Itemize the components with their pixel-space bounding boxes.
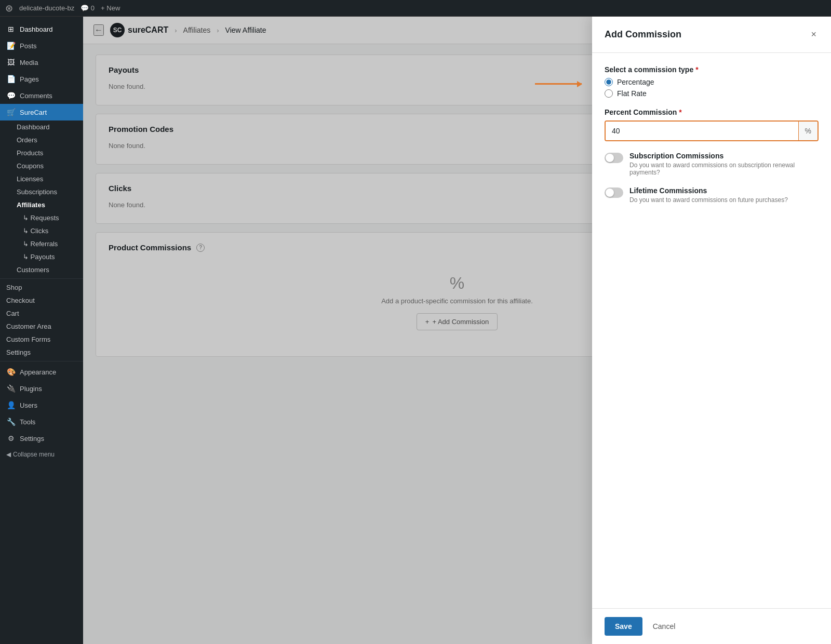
media-icon: 🖼 [6, 58, 16, 67]
sidebar-item-dashboard[interactable]: ⊞ Dashboard [0, 21, 83, 37]
sidebar-label-posts: Posts [20, 42, 37, 50]
subscription-commissions-title: Subscription Commissions [629, 152, 819, 160]
comments-sidebar-icon: 💬 [6, 91, 16, 100]
subscription-toggle-track [605, 153, 623, 163]
sidebar-divider-2 [0, 361, 83, 361]
sidebar-label-media: Media [20, 59, 38, 66]
sidebar-sub-aff-payouts[interactable]: ↳ Payouts [0, 250, 83, 263]
sidebar-sub-sc-subscriptions[interactable]: Subscriptions [0, 185, 83, 198]
sidebar-item-appearance[interactable]: 🎨 Appearance [0, 364, 83, 380]
subscription-commissions-desc: Do you want to award commissions on subs… [629, 162, 819, 176]
collapse-label: Collapse menu [13, 451, 55, 458]
radio-percentage-input[interactable] [605, 78, 613, 86]
sidebar-sub-sc-orders[interactable]: Orders [0, 133, 83, 146]
modal-header: Add Commission × [592, 17, 831, 53]
percent-commission-label-text: Percent Commission [605, 108, 677, 116]
sidebar-sub-settings[interactable]: Settings [0, 346, 83, 359]
radio-flat-rate-input[interactable] [605, 89, 613, 98]
sidebar-sub-sc-products[interactable]: Products [0, 146, 83, 159]
new-button[interactable]: + New [101, 4, 120, 12]
sidebar-sub-sc-customers[interactable]: Customers [0, 263, 83, 276]
sidebar-label-dashboard: Dashboard [20, 25, 53, 33]
modal-footer: Save Cancel [592, 608, 831, 644]
modal-title: Add Commission [605, 29, 681, 40]
sidebar-item-tools[interactable]: 🔧 Tools [0, 413, 83, 430]
modal-body: Select a commission type * Percentage Fl… [592, 53, 831, 608]
sidebar-item-pages[interactable]: 📄 Pages [0, 71, 83, 87]
save-button[interactable]: Save [605, 617, 642, 636]
commission-type-label: Select a commission type * [605, 65, 819, 74]
sidebar-sub-sc-licenses[interactable]: Licenses [0, 172, 83, 185]
sidebar-item-media[interactable]: 🖼 Media [0, 54, 83, 71]
sidebar-label-surecart: SureCart [20, 109, 47, 116]
lifetime-commissions-toggle[interactable] [605, 187, 623, 198]
sidebar-label-settings: Settings [20, 435, 44, 442]
sidebar-sub-checkout[interactable]: Checkout [0, 294, 83, 307]
percent-suffix: % [798, 122, 817, 140]
sidebar-sub-aff-requests[interactable]: ↳ Requests [0, 211, 83, 224]
sidebar-label-comments: Comments [20, 92, 52, 100]
plugins-icon: 🔌 [6, 384, 16, 393]
lifetime-commissions-title: Lifetime Commissions [629, 186, 819, 195]
sidebar-item-surecart[interactable]: 🛒 SureCart [0, 104, 83, 120]
radio-percentage-label: Percentage [617, 78, 654, 86]
sidebar-label-pages: Pages [20, 75, 39, 83]
pages-icon: 📄 [6, 74, 16, 84]
site-name[interactable]: delicate-ducote-bz [19, 4, 74, 12]
main-content: ← SC sureCART › Affiliates › View Affili… [83, 17, 831, 644]
sidebar-label-appearance: Appearance [20, 368, 56, 376]
sidebar-sub-cart[interactable]: Cart [0, 307, 83, 320]
radio-percentage[interactable]: Percentage [605, 78, 819, 86]
commission-type-group: Select a commission type * Percentage Fl… [605, 65, 819, 98]
sidebar-label-plugins: Plugins [20, 385, 42, 393]
comments-link[interactable]: 💬 0 [81, 4, 95, 12]
sidebar-item-plugins[interactable]: 🔌 Plugins [0, 380, 83, 397]
radio-flat-rate[interactable]: Flat Rate [605, 89, 819, 98]
sidebar-item-comments[interactable]: 💬 Comments [0, 87, 83, 104]
subscription-commissions-toggle[interactable] [605, 153, 623, 163]
lifetime-commissions-row: Lifetime Commissions Do you want to awar… [605, 186, 819, 204]
collapse-menu-button[interactable]: ◀ Collapse menu [0, 447, 83, 462]
sidebar-sub-aff-referrals[interactable]: ↳ Referrals [0, 237, 83, 250]
add-commission-modal: Add Commission × Select a commission typ… [592, 17, 831, 644]
lifetime-commissions-labels: Lifetime Commissions Do you want to awar… [629, 186, 819, 204]
sidebar-sub-shop[interactable]: Shop [0, 281, 83, 294]
sidebar-sub-customer-area[interactable]: Customer Area [0, 320, 83, 333]
wp-logo-icon[interactable]: ⊛ [5, 3, 13, 14]
subscription-commissions-row: Subscription Commissions Do you want to … [605, 152, 819, 176]
sidebar-item-settings[interactable]: ⚙ Settings [0, 430, 83, 447]
percent-commission-input[interactable] [606, 122, 798, 140]
appearance-icon: 🎨 [6, 367, 16, 377]
admin-bar: ⊛ delicate-ducote-bz 💬 0 + New [0, 0, 831, 17]
surecart-icon: 🛒 [6, 108, 16, 117]
percent-required-star: * [679, 108, 681, 116]
settings-icon: ⚙ [6, 434, 16, 443]
sidebar-label-tools: Tools [20, 418, 35, 426]
sidebar-sub-aff-clicks[interactable]: ↳ Clicks [0, 224, 83, 237]
sidebar-sub-sc-affiliates[interactable]: Affiliates [0, 198, 83, 211]
sidebar-sub-sc-coupons[interactable]: Coupons [0, 159, 83, 172]
commission-type-radio-group: Percentage Flat Rate [605, 78, 819, 98]
sidebar-item-users[interactable]: 👤 Users [0, 397, 83, 413]
required-star: * [695, 65, 698, 74]
commission-type-label-text: Select a commission type [605, 65, 693, 74]
dashboard-icon: ⊞ [6, 24, 16, 34]
arrow-annotation [535, 83, 582, 85]
percent-commission-label: Percent Commission * [605, 108, 819, 116]
sidebar: ⊞ Dashboard 📝 Posts 🖼 Media 📄 Pages 💬 Co… [0, 17, 83, 644]
sidebar-divider-1 [0, 278, 83, 279]
radio-flat-rate-label: Flat Rate [617, 89, 647, 98]
main-layout: ⊞ Dashboard 📝 Posts 🖼 Media 📄 Pages 💬 Co… [0, 0, 831, 644]
users-icon: 👤 [6, 400, 16, 410]
tools-icon: 🔧 [6, 417, 16, 426]
sidebar-sub-sc-dashboard[interactable]: Dashboard [0, 120, 83, 133]
percent-commission-group: Percent Commission * % [605, 108, 819, 141]
lifetime-toggle-track [605, 187, 623, 198]
lifetime-commissions-desc: Do you want to award commissions on futu… [629, 196, 819, 204]
modal-close-button[interactable]: × [809, 27, 819, 42]
percent-input-wrapper: % [605, 120, 819, 141]
sidebar-sub-custom-forms[interactable]: Custom Forms [0, 333, 83, 346]
sidebar-label-users: Users [20, 401, 37, 409]
sidebar-item-posts[interactable]: 📝 Posts [0, 37, 83, 54]
cancel-button[interactable]: Cancel [649, 617, 680, 636]
